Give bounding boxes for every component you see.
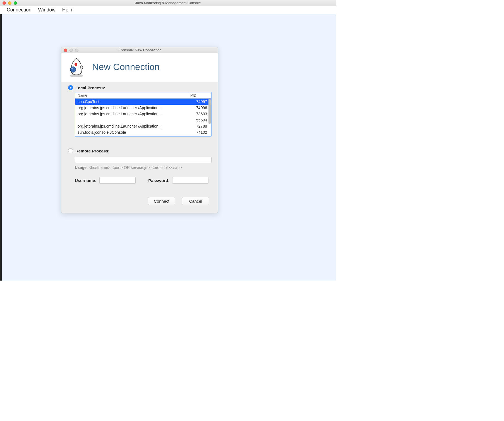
cell-name: sun.tools.jconsole.JConsole xyxy=(75,130,188,135)
new-connection-dialog: JConsole: New Connection New Connection xyxy=(61,47,218,213)
usage-label: Usage xyxy=(75,165,87,170)
scrollbar[interactable] xyxy=(208,99,211,136)
cancel-button[interactable]: Cancel xyxy=(182,197,209,205)
close-icon[interactable] xyxy=(3,1,6,5)
cell-name: org.jetbrains.jps.cmdline.Launcher /Appl… xyxy=(75,124,188,128)
dialog-body: Local Process: Name PID cpu.CpuTest 7409… xyxy=(61,82,218,213)
dialog-title: JConsole: New Connection xyxy=(61,48,218,52)
dialog-titlebar: JConsole: New Connection xyxy=(61,47,218,53)
table-row[interactable]: 55604 xyxy=(75,117,211,123)
cell-name: org.jetbrains.jps.cmdline.Launcher /Appl… xyxy=(75,106,188,110)
scrollbar-thumb[interactable] xyxy=(208,99,211,124)
table-row[interactable]: sun.tools.jconsole.JConsole 74102 xyxy=(75,129,211,135)
maximize-icon xyxy=(75,49,78,52)
col-name[interactable]: Name xyxy=(75,92,188,98)
table-row[interactable]: org.jetbrains.jps.cmdline.Launcher /Appl… xyxy=(75,105,211,111)
credentials-row: Username: Password: xyxy=(75,177,211,184)
table-row[interactable]: org.jetbrains.jps.cmdline.Launcher /Appl… xyxy=(75,123,211,129)
radio-remote-process-icon[interactable] xyxy=(68,148,73,153)
main-window: Java Monitoring & Management Console Con… xyxy=(0,0,336,281)
maximize-icon[interactable] xyxy=(14,1,17,5)
svg-point-2 xyxy=(71,68,73,70)
close-icon[interactable] xyxy=(64,49,67,52)
table-row[interactable]: cpu.CpuTest 74097 xyxy=(75,99,211,105)
content-area: JConsole: New Connection New Connection xyxy=(0,14,336,281)
radio-local-process-icon[interactable] xyxy=(68,85,73,90)
password-field[interactable] xyxy=(172,177,208,184)
table-row[interactable]: org.jetbrains.jps.cmdline.Launcher /Appl… xyxy=(75,111,211,117)
cell-name: org.jetbrains.jps.cmdline.Launcher /Appl… xyxy=(75,112,188,116)
local-process-label: Local Process: xyxy=(75,85,105,90)
java-duke-icon xyxy=(66,56,87,78)
svg-point-1 xyxy=(70,67,76,72)
menu-connection[interactable]: Connection xyxy=(3,6,35,13)
traffic-lights xyxy=(3,1,17,5)
password-label: Password: xyxy=(148,178,170,183)
process-table: Name PID cpu.CpuTest 74097 org.jetbrains… xyxy=(75,92,212,137)
cell-pid: 73603 xyxy=(188,112,211,116)
svg-point-3 xyxy=(75,63,77,66)
remote-process-label: Remote Process: xyxy=(75,149,110,153)
dialog-buttons: Connect Cancel xyxy=(68,197,209,205)
dialog-heading: New Connection xyxy=(92,62,160,72)
username-field[interactable] xyxy=(99,177,136,184)
table-body: cpu.CpuTest 74097 org.jetbrains.jps.cmdl… xyxy=(75,99,211,136)
dialog-header: New Connection xyxy=(61,53,218,82)
table-header: Name PID xyxy=(75,92,211,99)
cell-pid: 72788 xyxy=(188,124,211,128)
username-label: Username: xyxy=(75,178,97,183)
remote-section: Remote Process: Usage: <hostname>:<port>… xyxy=(68,148,211,184)
dialog-traffic-lights xyxy=(64,49,78,52)
usage-text: : <hostname>:<port> OR service:jmx:<prot… xyxy=(87,165,182,170)
remote-process-option[interactable]: Remote Process: xyxy=(68,148,211,153)
connect-button[interactable]: Connect xyxy=(148,197,175,205)
cell-pid: 74097 xyxy=(188,99,211,104)
minimize-icon[interactable] xyxy=(8,1,11,5)
menubar: Connection Window Help xyxy=(0,6,336,14)
usage-hint: Usage: <hostname>:<port> OR service:jmx:… xyxy=(75,165,211,170)
cell-pid: 55604 xyxy=(188,118,211,122)
main-titlebar: Java Monitoring & Management Console xyxy=(0,0,336,6)
menu-help[interactable]: Help xyxy=(59,6,76,13)
cell-pid: 74102 xyxy=(188,130,211,135)
col-pid[interactable]: PID xyxy=(188,92,211,98)
cell-pid: 74096 xyxy=(188,106,211,110)
cell-name: cpu.CpuTest xyxy=(75,99,188,104)
remote-address-input[interactable] xyxy=(75,157,212,163)
minimize-icon xyxy=(69,49,73,52)
local-process-option[interactable]: Local Process: xyxy=(68,85,211,90)
window-title: Java Monitoring & Management Console xyxy=(0,1,336,5)
menu-window[interactable]: Window xyxy=(35,6,59,13)
